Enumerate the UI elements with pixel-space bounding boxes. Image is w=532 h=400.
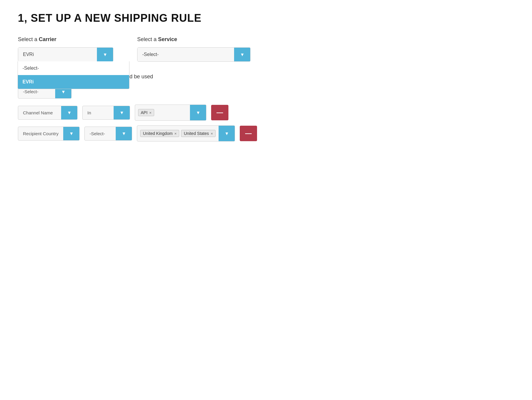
minus-icon: — xyxy=(245,130,252,137)
chevron-down-icon: ▾ xyxy=(225,130,228,137)
condition-row: Recipient Country ▾ -Select- ▾ United Ki… xyxy=(18,125,514,141)
condition-row1-operator-dropdown[interactable]: In ▾ xyxy=(82,106,130,120)
carrier-dropdown-button[interactable]: ▾ xyxy=(97,48,113,61)
carrier-option-evri[interactable]: EVRi xyxy=(18,75,129,89)
condition-row1-field-dropdown[interactable]: Channel Name ▾ xyxy=(18,106,78,120)
condition-row2-operator-dropdown[interactable]: -Select- ▾ xyxy=(84,127,132,141)
page-title: 1, SET UP A NEW SHIPPING RULE xyxy=(18,12,514,24)
condition-row2-operator-button[interactable]: ▾ xyxy=(116,127,132,140)
carrier-option-select[interactable]: -Select- xyxy=(18,61,129,75)
condition-row1-operator-button[interactable]: ▾ xyxy=(114,106,130,119)
carrier-dropdown-wrapper[interactable]: EVRi ▾ xyxy=(18,47,113,62)
condition-row1-value-button[interactable]: ▾ xyxy=(190,105,206,120)
chevron-down-icon: ▾ xyxy=(197,109,199,116)
chevron-down-icon: ▾ xyxy=(70,130,73,137)
condition-row1-field-button[interactable]: ▾ xyxy=(61,106,77,119)
condition-rows: Channel Name ▾ In ▾ API × xyxy=(18,105,514,141)
condition-row1-tags: API × xyxy=(135,105,190,120)
chevron-down-icon: ▾ xyxy=(123,130,125,137)
tag-api-remove[interactable]: × xyxy=(149,111,152,115)
chevron-down-icon: ▾ xyxy=(68,109,71,116)
tag-united-kingdom-label: United Kingdom xyxy=(143,131,173,136)
tag-united-kingdom-remove[interactable]: × xyxy=(174,132,177,136)
condition-row1-value-wrapper[interactable]: API × ▾ xyxy=(135,105,206,121)
service-dropdown-button[interactable]: ▾ xyxy=(234,48,250,61)
condition-row2-field-dropdown[interactable]: Recipient Country ▾ xyxy=(18,127,80,141)
condition-row1-remove-button[interactable]: — xyxy=(211,105,228,120)
chevron-down-icon: ▾ xyxy=(241,51,244,58)
tag-united-states: United States × xyxy=(181,130,216,137)
condition-row1-field-value[interactable]: Channel Name xyxy=(18,106,61,119)
carrier-dropdown-value[interactable]: EVRi xyxy=(18,48,97,61)
carrier-form-group: Select a Carrier EVRi ▾ -Select- EVRi xyxy=(18,36,113,62)
tag-united-states-label: United States xyxy=(184,131,209,136)
chevron-down-icon: ▾ xyxy=(104,51,106,58)
condition-row1-operator-value[interactable]: In xyxy=(83,106,114,119)
condition-row2-remove-button[interactable]: — xyxy=(240,126,257,141)
condition-row2-operator-value[interactable]: -Select- xyxy=(85,127,116,140)
tag-api: API × xyxy=(138,109,154,116)
service-label: Select a Service xyxy=(137,36,250,43)
service-dropdown-wrapper[interactable]: -Select- ▾ xyxy=(137,47,250,62)
minus-icon: — xyxy=(216,109,223,116)
chevron-down-icon: ▾ xyxy=(62,88,65,95)
condition-row2-value-button[interactable]: ▾ xyxy=(219,126,235,141)
carrier-service-row: Select a Carrier EVRi ▾ -Select- EVRi Se… xyxy=(18,36,514,62)
condition-row2-tags: United Kingdom × United States × xyxy=(137,126,219,141)
carrier-label: Select a Carrier xyxy=(18,36,113,43)
chevron-down-icon: ▾ xyxy=(120,109,123,116)
service-form-group: Select a Service -Select- ▾ xyxy=(137,36,250,62)
service-dropdown-value[interactable]: -Select- xyxy=(137,48,234,61)
tag-api-label: API xyxy=(141,110,148,115)
condition-row2-field-value[interactable]: Recipient Country xyxy=(18,127,63,140)
condition-row2-value-wrapper[interactable]: United Kingdom × United States × ▾ xyxy=(137,125,235,141)
condition-row2-field-button[interactable]: ▾ xyxy=(63,127,79,140)
tag-united-states-remove[interactable]: × xyxy=(211,132,213,136)
condition-row: Channel Name ▾ In ▾ API × xyxy=(18,105,514,121)
tag-united-kingdom: United Kingdom × xyxy=(140,130,179,137)
carrier-dropdown-menu: -Select- EVRi xyxy=(18,61,130,89)
